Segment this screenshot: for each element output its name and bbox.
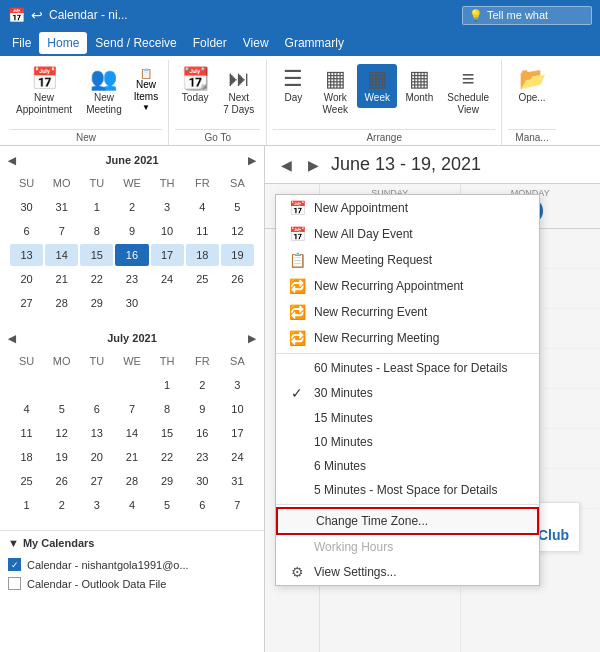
table-row[interactable]: 2 [45, 494, 78, 516]
june-prev-button[interactable]: ◀ [8, 155, 16, 166]
table-row[interactable]: 16 [115, 244, 148, 266]
table-row[interactable]: 26 [45, 470, 78, 492]
month-view-button[interactable]: ▦ Month [399, 64, 439, 108]
menu-view[interactable]: View [235, 32, 277, 54]
table-row[interactable]: 15 [80, 244, 113, 266]
table-row[interactable]: 12 [221, 220, 254, 242]
menu-new-meeting-req[interactable]: 📋 New Meeting Request [276, 247, 539, 273]
table-row[interactable]: 6 [10, 220, 43, 242]
table-row[interactable]: 28 [115, 470, 148, 492]
table-row[interactable]: 18 [186, 244, 219, 266]
table-row[interactable]: 24 [221, 446, 254, 468]
table-row[interactable]: 1 [151, 374, 184, 396]
work-week-button[interactable]: ▦ WorkWeek [315, 64, 355, 120]
table-row[interactable]: 10 [221, 398, 254, 420]
table-row[interactable]: 23 [186, 446, 219, 468]
calendar-item-data-file[interactable]: Calendar - Outlook Data File [8, 574, 256, 593]
table-row[interactable]: 18 [10, 446, 43, 468]
table-row[interactable]: 2 [186, 374, 219, 396]
search-box[interactable]: 💡 Tell me what [462, 6, 592, 25]
undo-icon[interactable]: ↩ [31, 7, 43, 23]
table-row[interactable]: 6 [80, 398, 113, 420]
table-row[interactable]: 3 [151, 196, 184, 218]
calendar-checkbox-personal[interactable]: ✓ [8, 558, 21, 571]
table-row[interactable]: 4 [10, 398, 43, 420]
table-row[interactable]: 20 [80, 446, 113, 468]
menu-new-recurring-event[interactable]: 🔁 New Recurring Event [276, 299, 539, 325]
july-prev-button[interactable]: ◀ [8, 333, 16, 344]
menu-home[interactable]: Home [39, 32, 87, 54]
table-row[interactable]: 28 [45, 292, 78, 314]
table-row[interactable]: 9 [186, 398, 219, 420]
new-appointment-button[interactable]: 📅 NewAppointment [10, 64, 78, 120]
table-row[interactable]: 11 [10, 422, 43, 444]
table-row[interactable]: 7 [45, 220, 78, 242]
table-row[interactable]: 4 [115, 494, 148, 516]
table-row[interactable]: 29 [151, 470, 184, 492]
menu-6min[interactable]: 6 Minutes [276, 454, 539, 478]
table-row[interactable]: 2 [115, 196, 148, 218]
table-row[interactable]: 31 [221, 470, 254, 492]
calendar-checkbox-data-file[interactable] [8, 577, 21, 590]
table-row[interactable] [186, 292, 219, 314]
table-row[interactable]: 7 [115, 398, 148, 420]
july-next-button[interactable]: ▶ [248, 333, 256, 344]
day-view-button[interactable]: ☰ Day [273, 64, 313, 108]
table-row[interactable]: 30 [186, 470, 219, 492]
table-row[interactable] [45, 374, 78, 396]
table-row[interactable]: 24 [151, 268, 184, 290]
my-calendars-header[interactable]: ▼ My Calendars [8, 537, 256, 549]
table-row[interactable]: 1 [80, 196, 113, 218]
table-row[interactable]: 29 [80, 292, 113, 314]
menu-file[interactable]: File [4, 32, 39, 54]
table-row[interactable] [80, 374, 113, 396]
menu-grammarly[interactable]: Grammarly [277, 32, 352, 54]
schedule-view-button[interactable]: ≡ ScheduleView [441, 64, 495, 120]
table-row[interactable]: 5 [221, 196, 254, 218]
table-row[interactable]: 8 [80, 220, 113, 242]
table-row[interactable]: 12 [45, 422, 78, 444]
table-row[interactable]: 21 [115, 446, 148, 468]
table-row[interactable]: 13 [10, 244, 43, 266]
week-view-button[interactable]: ▦ Week [357, 64, 397, 108]
table-row[interactable]: 27 [10, 292, 43, 314]
table-row[interactable]: 15 [151, 422, 184, 444]
table-row[interactable]: 21 [45, 268, 78, 290]
menu-30min[interactable]: ✓ 30 Minutes [276, 380, 539, 406]
table-row[interactable]: 25 [186, 268, 219, 290]
table-row[interactable]: 10 [151, 220, 184, 242]
table-row[interactable]: 19 [45, 446, 78, 468]
table-row[interactable]: 14 [115, 422, 148, 444]
table-row[interactable]: 3 [80, 494, 113, 516]
table-row[interactable]: 9 [115, 220, 148, 242]
table-row[interactable]: 20 [10, 268, 43, 290]
menu-view-settings[interactable]: ⚙ View Settings... [276, 559, 539, 585]
table-row[interactable]: 30 [115, 292, 148, 314]
june-next-button[interactable]: ▶ [248, 155, 256, 166]
menu-new-all-day[interactable]: 📅 New All Day Event [276, 221, 539, 247]
table-row[interactable]: 3 [221, 374, 254, 396]
table-row[interactable]: 17 [151, 244, 184, 266]
table-row[interactable]: 6 [186, 494, 219, 516]
menu-60min[interactable]: 60 Minutes - Least Space for Details [276, 356, 539, 380]
menu-15min[interactable]: 15 Minutes [276, 406, 539, 430]
table-row[interactable]: 13 [80, 422, 113, 444]
calendar-item-personal[interactable]: ✓ Calendar - nishantgola1991@o... [8, 555, 256, 574]
table-row[interactable]: 30 [10, 196, 43, 218]
table-row[interactable]: 23 [115, 268, 148, 290]
table-row[interactable]: 22 [151, 446, 184, 468]
next-week-button[interactable]: ▶ [304, 155, 323, 175]
table-row[interactable] [10, 374, 43, 396]
table-row[interactable] [151, 292, 184, 314]
table-row[interactable]: 11 [186, 220, 219, 242]
table-row[interactable]: 19 [221, 244, 254, 266]
today-button[interactable]: 📆 Today [175, 64, 215, 108]
table-row[interactable]: 27 [80, 470, 113, 492]
table-row[interactable]: 25 [10, 470, 43, 492]
new-meeting-button[interactable]: 👥 NewMeeting [80, 64, 128, 120]
new-items-button[interactable]: 📋 NewItems ▼ [130, 64, 162, 116]
table-row[interactable]: 16 [186, 422, 219, 444]
menu-5min[interactable]: 5 Minutes - Most Space for Details [276, 478, 539, 502]
menu-new-appointment[interactable]: 📅 New Appointment [276, 195, 539, 221]
table-row[interactable] [221, 292, 254, 314]
